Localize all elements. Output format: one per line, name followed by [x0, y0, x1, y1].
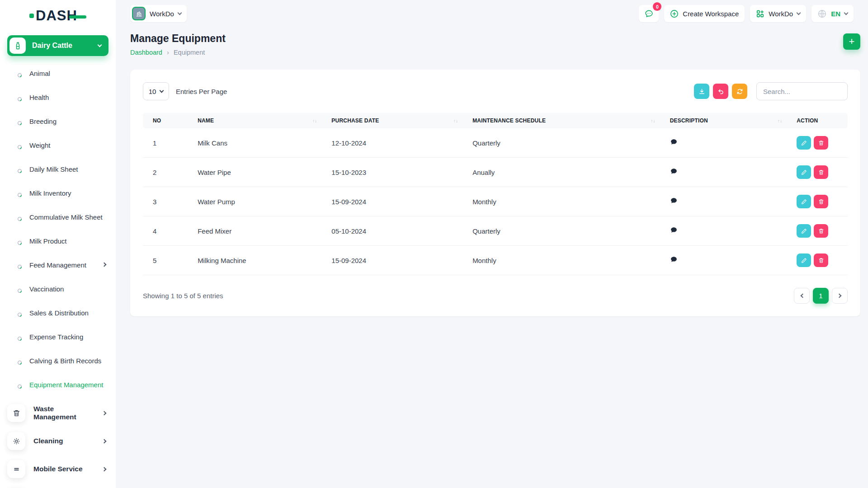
- topbar-actions: 0 Create Workspace WorkDo: [639, 5, 854, 22]
- breadcrumb: Dashboard › Equipment: [130, 48, 226, 56]
- comment-icon[interactable]: [670, 168, 678, 175]
- logo-dash-icon: [69, 15, 86, 19]
- sidebar-item-milk-product[interactable]: Milk Product: [0, 230, 116, 254]
- messages-button[interactable]: 0: [639, 5, 659, 22]
- pencil-icon: [801, 140, 807, 146]
- table-row: 1 Milk Cans 12-10-2024 Quarterly: [143, 128, 848, 158]
- row-actions: [797, 253, 842, 267]
- create-workspace-button[interactable]: Create Workspace: [664, 5, 745, 22]
- topbar: WorkDo 0 Create Workspace: [116, 0, 868, 26]
- ring-bullet-icon: [17, 166, 22, 176]
- sort-icon[interactable]: ↑↓: [453, 118, 462, 123]
- ring-bullet-icon: [17, 214, 22, 224]
- ring-bullet-icon: [17, 94, 22, 104]
- reset-button[interactable]: [713, 84, 728, 99]
- logo-dot-icon: [29, 14, 34, 18]
- comment-icon[interactable]: [670, 197, 678, 205]
- sidebar-group-laundry[interactable]: Laundry: [0, 484, 116, 488]
- sidebar-item-calving-birth-records[interactable]: Calving & Birth Records: [0, 350, 116, 374]
- sidebar-item-label: Milk Product: [29, 236, 67, 246]
- search-input[interactable]: [756, 82, 848, 100]
- chevron-right-icon: [102, 467, 107, 471]
- cell-purchase-date: 05-10-2024: [326, 216, 467, 246]
- cell-purchase-date: 15-09-2024: [326, 246, 467, 275]
- sidebar-group-cleaning[interactable]: Cleaning: [0, 428, 116, 454]
- page-1-button[interactable]: 1: [813, 288, 829, 304]
- refresh-button[interactable]: [732, 84, 747, 99]
- sidebar-item-label: Calving & Birth Records: [29, 356, 101, 366]
- delete-button[interactable]: [814, 195, 828, 208]
- workspace-selector[interactable]: WorkDo: [130, 5, 187, 22]
- sort-icon[interactable]: ↑↓: [778, 118, 786, 123]
- ring-bullet-icon: [17, 286, 22, 296]
- chevron-down-icon: [177, 11, 182, 15]
- delete-button[interactable]: [814, 253, 828, 267]
- chevron-down-icon: [797, 11, 801, 15]
- milk-bottle-icon: [9, 38, 26, 54]
- language-code: EN: [831, 10, 840, 18]
- chevron-left-icon: [800, 294, 805, 298]
- ring-bullet-icon: [17, 70, 22, 80]
- sidebar-group-mobile-service[interactable]: Mobile Service: [0, 456, 116, 482]
- cell-maintenance-schedule: Quarterly: [467, 216, 665, 246]
- cell-purchase-date: 15-09-2024: [326, 187, 467, 216]
- cell-no: 4: [143, 216, 192, 246]
- edit-button[interactable]: [797, 165, 811, 179]
- edit-button[interactable]: [797, 253, 811, 267]
- sidebar-item-equipment-management[interactable]: Equipment Management: [0, 374, 116, 398]
- delete-button[interactable]: [814, 165, 828, 179]
- export-button[interactable]: [694, 84, 709, 99]
- sidebar-group-label: Cleaning: [33, 437, 63, 445]
- sidebar-item-expense-tracking[interactable]: Expense Tracking: [0, 326, 116, 350]
- comment-icon[interactable]: [670, 256, 678, 263]
- trash-icon: [818, 199, 824, 205]
- sidebar-item-weight[interactable]: Weight: [0, 134, 116, 158]
- table-row: 2 Water Pipe 15-10-2023 Anually: [143, 158, 848, 187]
- previous-page-button[interactable]: [794, 288, 810, 304]
- sidebar-item-daily-milk-sheet[interactable]: Daily Milk Sheet: [0, 158, 116, 182]
- table-row: 3 Water Pump 15-09-2024 Monthly: [143, 187, 848, 216]
- sidebar-item-feed-management[interactable]: Feed Management: [0, 254, 116, 278]
- pencil-icon: [801, 258, 807, 263]
- column-header-no: NO: [153, 117, 161, 124]
- language-selector[interactable]: EN: [811, 5, 854, 22]
- ring-bullet-icon: [17, 190, 22, 200]
- sidebar-item-sales-distribution[interactable]: Sales & Distribution: [0, 302, 116, 326]
- sidebar-item-animal[interactable]: Animal: [0, 62, 116, 86]
- breadcrumb-separator-icon: ›: [167, 48, 169, 56]
- table-header-row: NO NAME↑↓ PURCHASE DATE↑↓ MAINTENANCE SC…: [143, 113, 848, 128]
- column-header-description: DESCRIPTION: [670, 117, 708, 124]
- comment-icon[interactable]: [670, 138, 678, 146]
- breadcrumb-dashboard-link[interactable]: Dashboard: [130, 49, 162, 56]
- edit-button[interactable]: [797, 224, 811, 238]
- cell-purchase-date: 15-10-2023: [326, 158, 467, 187]
- sidebar-item-commulative-milk-sheet[interactable]: Commulative Milk Sheet: [0, 206, 116, 230]
- delete-button[interactable]: [814, 224, 828, 238]
- lines-icon: [7, 460, 25, 478]
- sort-icon[interactable]: ↑↓: [312, 118, 321, 123]
- edit-button[interactable]: [797, 136, 811, 150]
- sidebar-item-vaccination[interactable]: Vaccination: [0, 278, 116, 302]
- delete-button[interactable]: [814, 136, 828, 150]
- edit-button[interactable]: [797, 195, 811, 208]
- entries-per-page-select[interactable]: 10: [143, 82, 169, 100]
- next-page-button[interactable]: [832, 288, 848, 304]
- module-label: Dairy Cattle: [32, 42, 92, 50]
- comment-icon[interactable]: [670, 226, 678, 234]
- trash-icon: [818, 169, 824, 175]
- trash-icon: [7, 404, 25, 422]
- sidebar-item-health[interactable]: Health: [0, 86, 116, 110]
- sidebar-item-milk-inventory[interactable]: Milk Inventory: [0, 182, 116, 206]
- sort-icon[interactable]: ↑↓: [651, 118, 659, 123]
- apps-menu-button[interactable]: WorkDo: [750, 5, 806, 22]
- sidebar-item-breeding[interactable]: Breeding: [0, 110, 116, 134]
- sidebar-item-label: Health: [29, 93, 49, 102]
- cell-maintenance-schedule: Quarterly: [467, 128, 665, 158]
- apps-menu-label: WorkDo: [769, 10, 793, 18]
- table-toolbar: 10 Entries Per Page: [143, 82, 848, 100]
- module-selector-dairy-cattle[interactable]: Dairy Cattle: [7, 35, 108, 56]
- toolbar-actions: [694, 82, 848, 100]
- add-equipment-button[interactable]: +: [843, 33, 860, 50]
- sidebar-group-waste-management[interactable]: Waste Management: [0, 400, 116, 426]
- dash-logo[interactable]: DASH: [0, 0, 116, 28]
